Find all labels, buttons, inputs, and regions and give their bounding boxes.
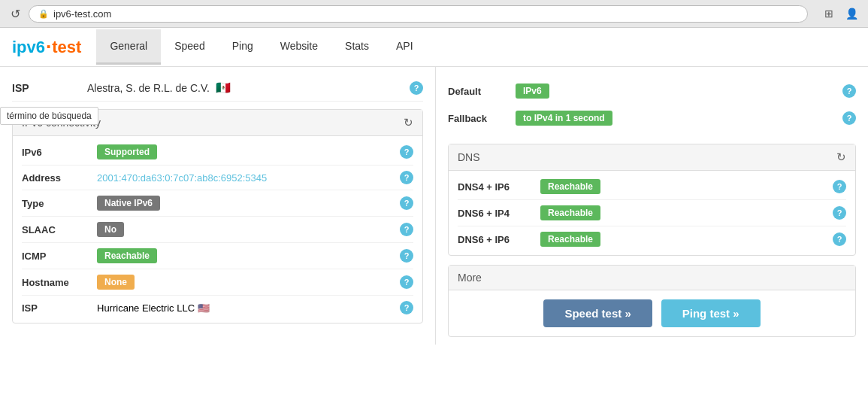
table-row: Type Native IPv6 ? (22, 190, 413, 217)
icmp-info-icon[interactable]: ? (400, 249, 413, 263)
address-value: 2001:470:da63:0:7c07:ab8c:6952:5345 (97, 172, 394, 184)
default-row: Default IPv6 ? (448, 77, 856, 105)
isp2-info-icon[interactable]: ? (400, 301, 413, 314)
nav-tabs: General Speed Ping Website Stats API (96, 29, 426, 65)
dns-title: DNS (458, 151, 480, 163)
dns-header: DNS ↻ (449, 144, 855, 171)
site-logo: ipv6 · test (12, 28, 81, 66)
more-section: More Speed test » Ping test » (448, 265, 856, 337)
isp2-text: Hurricane Electric LLC (97, 302, 195, 314)
dns4-ip6-info[interactable]: ? (833, 180, 846, 193)
fallback-value: to IPv4 in 1 second (516, 111, 836, 126)
connectivity-section: IPv6 connectivity ↻ IPv6 Supported ? Ad (12, 109, 423, 323)
more-header: More (449, 266, 855, 290)
profile-icon[interactable]: 👤 (842, 5, 860, 23)
tab-speed[interactable]: Speed (161, 29, 218, 65)
connectivity-refresh[interactable]: ↻ (404, 116, 413, 129)
logo-ipv6: ipv6 (12, 38, 45, 57)
tab-api[interactable]: API (383, 29, 427, 65)
default-badge: IPv6 (516, 84, 549, 99)
isp-flag: 🇲🇽 (216, 81, 231, 94)
default-info-icon[interactable]: ? (842, 84, 856, 98)
logo-test: test (52, 38, 81, 57)
fallback-row: Fallback to IPv4 in 1 second ? (448, 105, 856, 132)
table-row: Hostname None ? (22, 269, 413, 296)
url-text: ipv6-test.com (53, 8, 111, 20)
table-row: ISP Hurricane Electric LLC 🇺🇸 ? (22, 296, 413, 320)
table-row: DNS6 + IP4 Reachable ? (458, 200, 846, 226)
supported-badge: Supported (97, 144, 157, 159)
dns-refresh[interactable]: ↻ (836, 150, 846, 164)
search-tooltip: término de búsqueda (0, 107, 98, 125)
fallback-info-icon[interactable]: ? (842, 111, 856, 125)
slaac-value: No (97, 222, 394, 237)
table-row: ICMP Reachable ? (22, 243, 413, 269)
type-value: Native IPv6 (97, 196, 394, 211)
dns6-ip6-info[interactable]: ? (833, 232, 846, 246)
isp-label: ISP (12, 82, 87, 94)
browser-icons: ⊞ 👤 (820, 5, 860, 23)
slaac-info-icon[interactable]: ? (400, 223, 413, 236)
default-label: Default (448, 86, 516, 97)
default-fallback-section: Default IPv6 ? Fallback to IPv4 in 1 sec… (448, 74, 856, 138)
tooltip-text: término de búsqueda (7, 111, 92, 121)
dns6-ip4-badge: Reachable (540, 205, 600, 220)
dns-section: DNS ↻ DNS4 + IP6 Reachable ? DNS6 + IP4 (448, 144, 856, 256)
table-row: SLAAC No ? (22, 217, 413, 243)
isp2-flag: 🇺🇸 (198, 302, 210, 314)
type-info-icon[interactable]: ? (400, 196, 413, 210)
ping-test-button[interactable]: Ping test » (661, 299, 761, 327)
fallback-badge: to IPv4 in 1 second (516, 111, 612, 126)
right-panel: Default IPv6 ? Fallback to IPv4 in 1 sec… (436, 67, 868, 345)
tab-ping[interactable]: Ping (219, 29, 267, 65)
extensions-icon[interactable]: ⊞ (820, 5, 838, 23)
dns4-ip6-badge: Reachable (540, 179, 600, 194)
tab-stats[interactable]: Stats (331, 29, 383, 65)
page-content: ipv6 · test General Speed Ping Website S… (0, 28, 868, 407)
browser-bar: ↺ 🔒 ipv6-test.com ⊞ 👤 (0, 0, 868, 28)
dns-body: DNS4 + IP6 Reachable ? DNS6 + IP4 Reacha… (449, 171, 855, 255)
isp2-label: ISP (22, 302, 97, 314)
logo-dot: · (46, 35, 51, 59)
slaac-badge: No (97, 222, 124, 237)
hostname-info-icon[interactable]: ? (400, 275, 413, 289)
tab-website[interactable]: Website (267, 29, 331, 65)
main-layout: ISP Alestra, S. de R.L. de C.V. 🇲🇽 ? IPv… (0, 67, 868, 345)
dns6-ip6-badge: Reachable (540, 232, 600, 247)
dns6-ip4-info[interactable]: ? (833, 206, 846, 220)
isp-value: Alestra, S. de R.L. de C.V. 🇲🇽 (87, 80, 404, 95)
hostname-value: None (97, 275, 394, 290)
tab-general[interactable]: General (96, 29, 161, 65)
dns6-ip4-value: Reachable (540, 205, 600, 220)
ipv6-label: IPv6 (22, 147, 97, 158)
dns4-ip6-label: DNS4 + IP6 (458, 181, 540, 193)
icmp-badge: Reachable (97, 248, 157, 263)
hostname-label: Hostname (22, 277, 97, 288)
type-label: Type (22, 198, 97, 209)
hostname-badge: None (97, 275, 135, 290)
address-label: Address (22, 172, 97, 184)
more-body: Speed test » Ping test » (449, 290, 855, 336)
address-bar[interactable]: 🔒 ipv6-test.com (29, 5, 808, 23)
back-button[interactable]: ↺ (8, 6, 23, 21)
icmp-value: Reachable (97, 248, 394, 263)
ipv6-address[interactable]: 2001:470:da63:0:7c07:ab8c:6952:5345 (97, 172, 267, 184)
speed-test-button[interactable]: Speed test » (543, 299, 652, 327)
isp-info-icon[interactable]: ? (410, 81, 423, 95)
ipv6-info-icon[interactable]: ? (400, 145, 413, 159)
address-info-icon[interactable]: ? (400, 171, 413, 184)
icmp-label: ICMP (22, 251, 97, 262)
dns6-ip6-value: Reachable (540, 232, 600, 247)
section-body: IPv6 Supported ? Address 2001:470:da63:0… (13, 136, 422, 323)
more-title: More (458, 272, 482, 284)
fallback-label: Fallback (448, 113, 516, 124)
table-row: DNS4 + IP6 Reachable ? (458, 174, 846, 200)
dns6-ip6-label: DNS6 + IP6 (458, 234, 540, 245)
slaac-label: SLAAC (22, 224, 97, 235)
isp-row: ISP Alestra, S. de R.L. de C.V. 🇲🇽 ? (12, 74, 423, 102)
ipv6-value: Supported (97, 144, 394, 159)
lock-icon: 🔒 (38, 9, 49, 19)
dns4-ip6-value: Reachable (540, 179, 600, 194)
table-row: Address 2001:470:da63:0:7c07:ab8c:6952:5… (22, 166, 413, 190)
site-header: ipv6 · test General Speed Ping Website S… (0, 28, 868, 67)
